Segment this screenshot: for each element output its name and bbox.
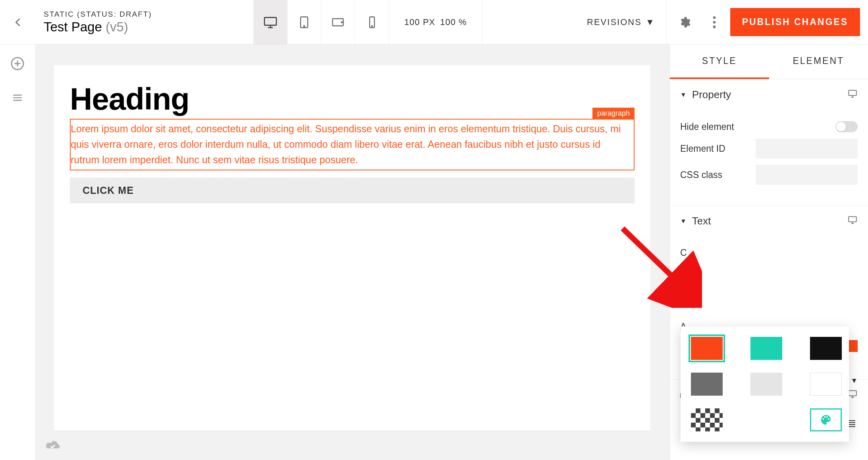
outline-button[interactable] <box>11 91 24 106</box>
desktop-icon <box>263 15 278 29</box>
svg-point-4 <box>341 21 342 22</box>
kebab-icon <box>713 16 716 28</box>
right-panel: STYLE ELEMENT ▼ Property Hide element El… <box>669 44 868 460</box>
panel-tabs: STYLE ELEMENT <box>670 44 868 79</box>
section-text-title: Text <box>692 215 711 227</box>
page-version: (v5) <box>106 19 128 34</box>
revisions-label: REVISIONS <box>587 17 642 27</box>
svg-rect-13 <box>849 390 856 396</box>
section-property-title: Property <box>692 89 731 101</box>
device-switcher <box>253 0 389 44</box>
device-phone[interactable] <box>355 0 389 44</box>
typography-label-truncated: T <box>680 284 686 295</box>
svg-rect-12 <box>849 216 856 222</box>
row-css-class: CSS class <box>680 165 858 185</box>
more-menu[interactable] <box>702 16 726 28</box>
row-typography: T <box>680 284 858 295</box>
device-desktop[interactable] <box>254 0 287 44</box>
color-swatch-black[interactable] <box>810 337 842 360</box>
row-color: C <box>680 247 858 258</box>
tablet-landscape-icon <box>331 15 345 29</box>
settings-button[interactable] <box>667 16 702 29</box>
element-id-input[interactable] <box>756 139 858 158</box>
svg-point-2 <box>304 25 305 26</box>
back-button[interactable] <box>0 0 36 44</box>
zoom-indicator[interactable]: 100 PX 100 % <box>389 0 482 44</box>
saved-indicator <box>44 439 61 453</box>
custom-color-button[interactable] <box>810 408 842 431</box>
arrow-left-icon <box>11 15 25 29</box>
page-canvas[interactable]: Heading paragraph Lorem ipsum dolor sit … <box>54 65 650 431</box>
section-property-header[interactable]: ▼ Property <box>670 79 868 110</box>
css-class-input[interactable] <box>756 165 858 185</box>
typography-dropdown-caret[interactable]: ▼ <box>851 377 858 385</box>
page-name-text: Test Page <box>44 19 102 34</box>
color-swatch-teal[interactable] <box>750 337 782 360</box>
add-button[interactable] <box>10 56 25 72</box>
color-swatch-gray[interactable] <box>691 373 723 396</box>
desktop-icon <box>847 88 858 101</box>
page-name: Test Page (v5) <box>44 19 152 35</box>
color-swatch-white[interactable] <box>810 373 842 396</box>
row-element-id: Element ID <box>680 139 858 158</box>
section-text-header[interactable]: ▼ Text <box>670 206 868 236</box>
color-picker-popup <box>681 327 849 442</box>
color-swatch-transparent[interactable] <box>691 408 723 431</box>
color-swatch-light-gray[interactable] <box>750 373 782 396</box>
svg-rect-11 <box>849 90 856 95</box>
selection-tag: paragraph <box>592 108 635 119</box>
svg-point-7 <box>713 16 716 19</box>
paragraph-element[interactable]: Lorem ipsum dolor sit amet, consectetur … <box>71 121 631 167</box>
gear-icon <box>678 16 691 29</box>
main: Heading paragraph Lorem ipsum dolor sit … <box>0 44 868 460</box>
color-swatch-orange[interactable] <box>691 337 723 360</box>
heading-element[interactable]: Heading <box>70 81 635 117</box>
hide-element-toggle[interactable] <box>835 121 858 132</box>
zoom-pct: 100 % <box>440 17 467 27</box>
page-status: STATIC (STATUS: DRAFT) <box>44 10 152 19</box>
color-grid <box>691 337 839 431</box>
svg-point-9 <box>713 25 716 28</box>
phone-icon <box>365 15 379 29</box>
desktop-icon <box>847 215 858 228</box>
plus-circle-icon <box>10 56 25 71</box>
caret-down-icon: ▼ <box>646 17 655 27</box>
section-property: ▼ Property Hide element Element ID CSS c… <box>670 79 868 205</box>
revisions-dropdown[interactable]: REVISIONS ▼ <box>576 0 667 44</box>
tab-element[interactable]: ELEMENT <box>769 44 868 79</box>
publish-button[interactable]: PUBLISH CHANGES <box>730 8 860 36</box>
page-title-block: STATIC (STATUS: DRAFT) Test Page (v5) <box>36 10 160 35</box>
caret-down-icon: ▼ <box>680 218 687 225</box>
svg-point-6 <box>372 25 372 26</box>
caret-down-icon: ▼ <box>680 91 687 99</box>
device-tablet-landscape[interactable] <box>321 0 355 44</box>
palette-icon <box>820 414 832 426</box>
section-property-body: Hide element Element ID CSS class <box>670 110 868 205</box>
selected-element-outline[interactable]: paragraph Lorem ipsum dolor sit amet, co… <box>70 119 635 170</box>
cloud-check-icon <box>44 439 61 451</box>
tab-style[interactable]: STYLE <box>670 44 769 79</box>
color-label-truncated: C <box>680 247 687 258</box>
tablet-portrait-icon <box>297 15 311 29</box>
svg-rect-0 <box>264 17 276 25</box>
button-element[interactable]: CLICK ME <box>70 178 635 203</box>
svg-point-8 <box>713 21 716 23</box>
zoom-px: 100 PX <box>404 17 435 27</box>
hide-element-label: Hide element <box>680 122 835 132</box>
device-tablet-portrait[interactable] <box>287 0 321 44</box>
canvas-area[interactable]: Heading paragraph Lorem ipsum dolor sit … <box>35 44 669 460</box>
list-icon <box>11 91 24 104</box>
css-class-label: CSS class <box>680 170 756 180</box>
row-hide-element: Hide element <box>680 121 858 132</box>
element-id-label: Element ID <box>680 143 756 154</box>
top-bar: STATIC (STATUS: DRAFT) Test Page (v5) 10… <box>0 0 868 44</box>
left-rail <box>0 44 35 460</box>
